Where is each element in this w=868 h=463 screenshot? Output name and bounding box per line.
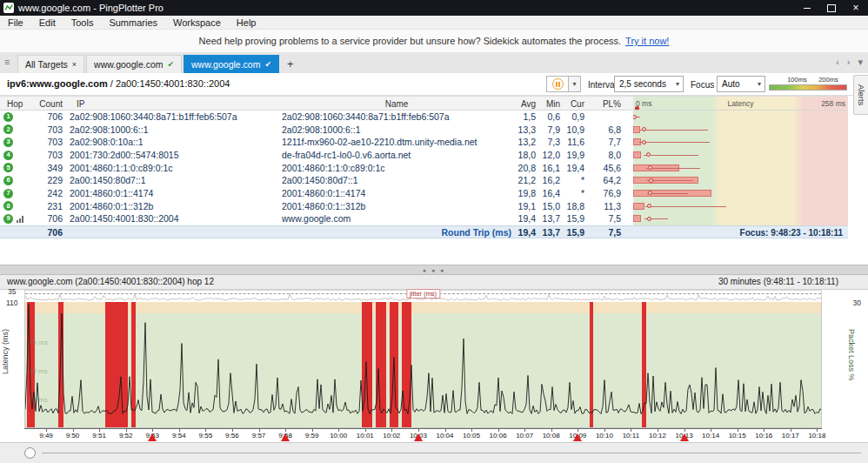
- cur-cell: 19,4: [564, 162, 588, 175]
- avg-cell: 20,8: [515, 162, 539, 175]
- count-cell: 703: [37, 124, 66, 137]
- tab-list-dropdown-icon[interactable]: ▾: [858, 57, 863, 68]
- summary-count: 706: [0, 226, 66, 238]
- latency-graph-cell: [633, 162, 848, 175]
- latency-range-whisker: [644, 155, 698, 156]
- table-header-row: HopCountIPNameAvgMinCurPL%0 msLatency258…: [0, 96, 848, 111]
- tab-1-www-google-com[interactable]: www.google.com✔: [86, 55, 182, 73]
- latency-graph-cell: [633, 187, 848, 200]
- alert-marker-icon: [573, 433, 582, 441]
- column-header-avg[interactable]: Avg: [515, 97, 539, 110]
- cur-cell: 0,9: [564, 111, 588, 124]
- tab-2-www-google-com[interactable]: www.google.com✔: [184, 55, 279, 73]
- chevron-down-icon: ▾: [754, 80, 765, 88]
- target-ip: / 2a00:1450:4001:830::2004: [108, 78, 230, 89]
- close-button[interactable]: ×: [844, 0, 868, 16]
- maximize-button[interactable]: [819, 0, 844, 16]
- summary-gap: [624, 226, 633, 238]
- promo-link[interactable]: Try it now!: [625, 36, 669, 46]
- menu-item-tools[interactable]: Tools: [63, 16, 102, 30]
- hop-cell: 8: [0, 200, 37, 213]
- time-tick-label: 9:55: [199, 432, 213, 440]
- latency-scale-title: Latency: [633, 97, 848, 110]
- column-header-count[interactable]: Count: [37, 97, 66, 110]
- pause-dropdown-button[interactable]: ▾: [569, 76, 581, 92]
- time-tick-label: 9:49: [39, 432, 53, 440]
- column-header-min[interactable]: Min: [539, 97, 564, 110]
- avg-cell: 19,1: [515, 200, 539, 213]
- hop-row-6[interactable]: 62292a00:1450:80d7::12a00:1450:80d7::121…: [0, 174, 848, 187]
- packet-loss-bar: [633, 203, 644, 210]
- column-header-name[interactable]: Name: [278, 97, 515, 110]
- menu-item-help[interactable]: Help: [229, 16, 264, 30]
- row-gap: [624, 162, 633, 175]
- zero-ms-marker-icon: [635, 106, 639, 110]
- column-header-ip[interactable]: IP: [66, 97, 278, 110]
- alert-marker-icon: [414, 433, 423, 441]
- latency-range-whisker: [647, 180, 693, 181]
- pane-splitter[interactable]: ● ● ●: [0, 265, 868, 275]
- alerts-side-tab[interactable]: Alerts: [853, 75, 868, 115]
- pause-button[interactable]: [546, 76, 569, 92]
- count-cell: 229: [37, 174, 66, 187]
- hop-number-badge: 1: [3, 112, 13, 122]
- latency-range-whisker: [647, 193, 689, 194]
- interval-select[interactable]: 2,5 seconds ▾: [614, 76, 684, 92]
- targets-list-icon[interactable]: ≡: [4, 57, 10, 67]
- timeline-scroll-handle[interactable]: [24, 447, 36, 459]
- count-cell: 706: [37, 111, 66, 124]
- tab-bar: ≡ All Targets×www.google.com✔www.google.…: [0, 53, 868, 73]
- time-tick-label: 9:59: [305, 432, 319, 440]
- tab-scroll-left-icon[interactable]: ‹: [836, 57, 839, 68]
- column-header-hop[interactable]: Hop: [0, 97, 37, 110]
- avg-latency-marker-icon: [647, 217, 651, 221]
- pause-split-button: ▾: [546, 76, 581, 92]
- cur-cell: 15,9: [564, 212, 588, 225]
- column-header-plpct[interactable]: PL%: [588, 97, 624, 110]
- hop-row-2[interactable]: 27032a02:908:1000:6::12a02:908:1000:6::1…: [0, 124, 848, 137]
- hop-row-8[interactable]: 82312001:4860:0:1::312b2001:4860:0:1::31…: [0, 200, 848, 213]
- tab-0-all-targets[interactable]: All Targets×: [17, 55, 84, 73]
- time-tick-label: 9:57: [252, 432, 266, 440]
- tab-label: All Targets: [25, 59, 68, 70]
- timeline-scroll-track[interactable]: [42, 453, 861, 453]
- hop-row-3[interactable]: 37032a02:908:0:10a::11211f-mx960-02-ae10…: [0, 136, 848, 149]
- add-target-button[interactable]: +: [281, 55, 300, 73]
- hop-cell: 9: [0, 212, 37, 225]
- tab-scroll-right-icon[interactable]: ›: [847, 57, 851, 68]
- hop-number-badge: 5: [3, 163, 13, 172]
- ip-cell: 2a02:908:0:10a::1: [66, 136, 278, 149]
- hop-row-9[interactable]: 97062a00:1450:4001:830::2004www.google.c…: [0, 212, 848, 225]
- time-tick-label: 10:06: [490, 432, 507, 440]
- tab-close-icon[interactable]: ×: [72, 61, 77, 69]
- trace-table: HopCountIPNameAvgMinCurPL%0 msLatency258…: [0, 96, 848, 238]
- menu-bar: FileEditToolsSummariesWorkspaceHelp: [0, 16, 868, 30]
- latency-timeline-plot[interactable]: 75 ms50 ms25 ms: [24, 302, 822, 428]
- min-cell: 15,0: [539, 200, 564, 213]
- hop-cell: 6: [0, 174, 37, 187]
- focus-select[interactable]: Auto ▾: [717, 76, 765, 92]
- cur-cell: 10,9: [564, 124, 588, 137]
- hop-row-1[interactable]: 17062a02:908:1060:3440:8a71:b1ff:feb6:50…: [0, 111, 848, 124]
- menu-item-summaries[interactable]: Summaries: [101, 16, 165, 30]
- minimize-button[interactable]: [795, 0, 819, 16]
- pl-cell: 8,0: [588, 149, 624, 162]
- menu-item-workspace[interactable]: Workspace: [165, 16, 229, 30]
- column-header-cur[interactable]: Cur: [564, 97, 588, 110]
- menu-item-file[interactable]: File: [0, 16, 31, 30]
- legend-200ms: 200ms: [818, 76, 838, 84]
- ip-cell: 2a02:908:1060:3440:8a71:b1ff:feb6:507a: [66, 111, 278, 124]
- alert-marker-icon: [281, 433, 290, 441]
- summary-avg: 19,4: [515, 226, 539, 238]
- tab-scroll-controls: ‹ › ▾: [836, 57, 863, 68]
- time-tick-label: 10:01: [357, 432, 374, 440]
- tab-strip: All Targets×www.google.com✔www.google.co…: [17, 53, 281, 73]
- avg-cell: 1,5: [515, 111, 539, 124]
- title-bar: www.google.com - PingPlotter Pro ×: [0, 0, 868, 16]
- time-tick-label: 10:00: [330, 432, 347, 440]
- hop-row-5[interactable]: 53492001:4860:1:1:0:c89:0:1c2001:4860:1:…: [0, 162, 848, 175]
- menu-item-edit[interactable]: Edit: [31, 16, 63, 30]
- hop-row-4[interactable]: 47032001:730:2d00::5474:8015de-fra04d-rc…: [0, 149, 848, 162]
- time-tick-label: 10:02: [383, 432, 400, 440]
- hop-row-7[interactable]: 72422001:4860:0:1::41742001:4860:0:1::41…: [0, 187, 848, 200]
